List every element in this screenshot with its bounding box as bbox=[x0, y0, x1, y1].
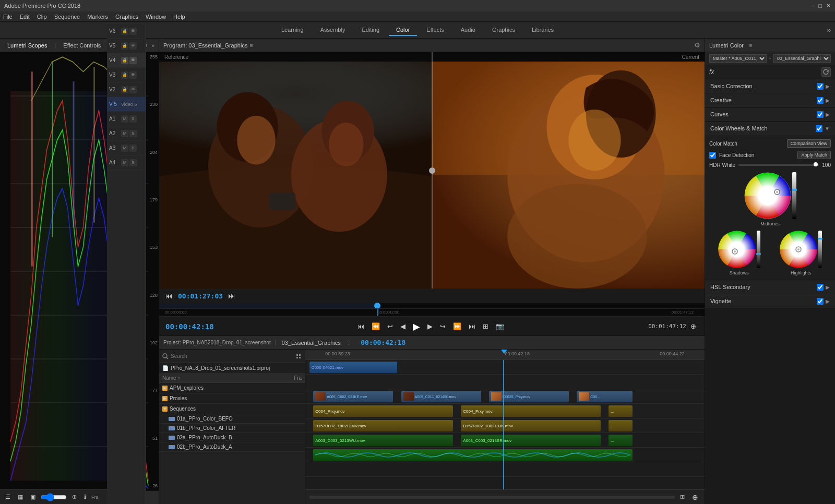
project-folder-apm[interactable]: ▶ APM_explores bbox=[159, 383, 305, 393]
master-preset-select[interactable]: Master * A005_C011_021450... bbox=[709, 54, 767, 63]
shadows-color-wheel[interactable] bbox=[718, 231, 756, 268]
clip-v2-c[interactable]: ... bbox=[609, 420, 633, 431]
shuttle-back-btn[interactable]: ⏮ bbox=[355, 321, 366, 331]
face-detection-checkbox[interactable] bbox=[709, 152, 716, 159]
clip-v4-a[interactable]: A005_C002_021KE.mov bbox=[313, 391, 393, 402]
shadows-strip-slider[interactable] bbox=[757, 231, 760, 268]
menu-clip[interactable]: Clip bbox=[37, 14, 47, 20]
menu-markers[interactable]: Markers bbox=[87, 14, 108, 20]
midtones-strip-slider[interactable] bbox=[792, 172, 796, 219]
clip-a2-main[interactable] bbox=[313, 449, 633, 461]
fx-reset-btn[interactable] bbox=[821, 67, 831, 77]
menu-window[interactable]: Window bbox=[146, 14, 166, 20]
color-wheels-enable[interactable] bbox=[816, 125, 822, 132]
hsl-secondary-enable[interactable] bbox=[817, 284, 824, 291]
clip-a1-b[interactable]: A003_C003_0213SR.mov bbox=[461, 435, 601, 446]
step-fwd-btn[interactable]: ⏩ bbox=[451, 321, 463, 331]
step-back-btn[interactable]: ⏪ bbox=[369, 321, 382, 331]
basic-correction-enable[interactable] bbox=[817, 83, 824, 90]
clip-a1-a[interactable]: A003_C003_0213WU.mov bbox=[313, 435, 453, 446]
camera-btn[interactable]: 📷 bbox=[494, 321, 506, 331]
hdr-white-slider[interactable] bbox=[738, 164, 819, 166]
sequence-item-4[interactable]: 02b_PPro_AutoDuck_A bbox=[159, 442, 305, 452]
monitor-progress-bar[interactable] bbox=[159, 303, 705, 308]
section-curves-header[interactable]: Curves ▶ bbox=[705, 107, 835, 121]
menu-file[interactable]: File bbox=[3, 14, 13, 20]
sequence-item-1[interactable]: 01a_PPro_Color_BEFO bbox=[159, 414, 305, 424]
sequence-item-2[interactable]: 01b_PPro_Color_AFTER bbox=[159, 424, 305, 433]
timeline-h-scrollbar[interactable] bbox=[309, 496, 675, 499]
tab-color[interactable]: Color bbox=[389, 25, 417, 36]
monitor-menu-btn[interactable]: ⊕ bbox=[688, 321, 698, 331]
clip-v4-b[interactable]: A005_C011_021450.mov bbox=[401, 391, 481, 402]
project-folder-proxies[interactable]: ▶ Proxies bbox=[159, 393, 305, 404]
section-vignette-header[interactable]: Vignette ▶ bbox=[705, 294, 835, 308]
tab-assembly[interactable]: Assembly bbox=[313, 25, 353, 36]
menu-help[interactable]: Help bbox=[173, 14, 185, 20]
shuttle-fwd-btn[interactable]: ⏭ bbox=[467, 321, 478, 331]
monitor-split-handle[interactable] bbox=[429, 167, 435, 174]
curves-enable[interactable] bbox=[817, 111, 824, 118]
mark-in-btn[interactable]: ⏮ bbox=[163, 291, 175, 301]
clip-v4-d[interactable]: C00... bbox=[577, 391, 633, 402]
menu-edit[interactable]: Edit bbox=[20, 14, 30, 20]
apply-match-btn[interactable]: Apply Match bbox=[797, 151, 831, 159]
tab-audio[interactable]: Audio bbox=[454, 25, 483, 36]
clip-v6-c000[interactable]: C000-04021.mov bbox=[309, 362, 397, 373]
timeline-fit-btn[interactable]: ⊞ bbox=[678, 493, 687, 501]
minimize-btn[interactable]: ─ bbox=[810, 3, 815, 9]
creative-enable[interactable] bbox=[817, 97, 824, 104]
clip-v2-a[interactable]: B157R002_180213MV.mov bbox=[313, 420, 453, 431]
frame-back-btn[interactable]: ◀ bbox=[398, 321, 408, 331]
menu-graphics[interactable]: Graphics bbox=[115, 14, 138, 20]
clip-a1-c[interactable]: ... bbox=[609, 435, 633, 446]
close-btn[interactable]: ✕ bbox=[826, 3, 831, 9]
mark-out-btn[interactable]: ⏭ bbox=[226, 291, 237, 301]
highlights-strip-handle[interactable] bbox=[818, 238, 822, 239]
project-file-item[interactable]: 📄 PPro_NA..8_Drop_01_screenshots1.prproj bbox=[159, 363, 305, 374]
safe-zones-btn[interactable]: ⊞ bbox=[481, 321, 491, 331]
lumetri-color-menu[interactable]: ≡ bbox=[749, 42, 752, 49]
timeline-menu[interactable]: ≡ bbox=[347, 340, 350, 346]
section-creative-header[interactable]: Creative ▶ bbox=[705, 93, 835, 107]
tab-libraries[interactable]: Libraries bbox=[524, 25, 561, 36]
clip-v3-c[interactable]: ... bbox=[609, 405, 633, 417]
highlights-color-wheel[interactable] bbox=[780, 231, 817, 268]
sequence-select[interactable]: 03_Essential_Graphics * A... bbox=[773, 54, 831, 63]
more-workspaces-btn[interactable]: » bbox=[827, 26, 831, 34]
section-color-wheels-header[interactable]: Color Wheels & Match ▼ bbox=[705, 122, 835, 135]
project-folder-sequences[interactable]: ▼ Sequences bbox=[159, 404, 305, 414]
project-search-input[interactable] bbox=[171, 353, 293, 359]
window-controls[interactable]: ─ □ ✕ bbox=[810, 3, 831, 9]
timeline-add-track-btn[interactable]: ⊕ bbox=[690, 492, 700, 502]
vignette-enable[interactable] bbox=[817, 298, 824, 305]
clip-v3-b[interactable]: C004_Prxy.mov bbox=[461, 405, 601, 417]
loop-out-btn[interactable]: ↪ bbox=[438, 321, 448, 331]
maximize-btn[interactable]: □ bbox=[818, 3, 822, 9]
left-panel-expand[interactable]: » bbox=[151, 42, 154, 49]
midtones-color-wheel[interactable] bbox=[744, 172, 791, 219]
hdr-white-thumb[interactable] bbox=[814, 162, 818, 166]
tab-effects[interactable]: Effects bbox=[419, 25, 451, 36]
sequence-item-3[interactable]: 02a_PPro_AutoDuck_B bbox=[159, 433, 305, 442]
midtones-strip-handle[interactable] bbox=[792, 189, 797, 191]
effect-controls-tab[interactable]: Effect Controls bbox=[60, 42, 104, 49]
monitor-settings-btn[interactable]: ⚙ bbox=[694, 41, 700, 49]
section-basic-correction-header[interactable]: Basic Correction ▶ bbox=[705, 79, 835, 93]
tab-graphics[interactable]: Graphics bbox=[485, 25, 522, 36]
play-btn[interactable]: ▶ bbox=[411, 320, 422, 333]
program-monitor-menu[interactable]: ≡ bbox=[249, 42, 253, 49]
menu-sequence[interactable]: Sequence bbox=[54, 14, 80, 20]
frame-fwd-btn[interactable]: ▶ bbox=[425, 321, 435, 331]
lumetri-scopes-tab[interactable]: Lumetri Scopes bbox=[4, 42, 50, 49]
clip-v3-a[interactable]: C004_Prxy.mov bbox=[313, 405, 453, 417]
comparison-view-btn[interactable]: Comparison View bbox=[787, 139, 831, 148]
highlights-strip-slider[interactable] bbox=[818, 231, 822, 268]
loop-btn[interactable]: ↩ bbox=[385, 321, 395, 331]
clip-v2-b[interactable]: B157R002_180213JK.mov bbox=[461, 420, 601, 431]
tab-editing[interactable]: Editing bbox=[354, 25, 387, 36]
shadows-strip-handle[interactable] bbox=[756, 253, 761, 255]
section-hsl-secondary-header[interactable]: HSL Secondary ▶ bbox=[705, 280, 835, 294]
clip-v4-c[interactable]: C0025_Prxy.mov bbox=[489, 391, 569, 402]
tab-learning[interactable]: Learning bbox=[274, 25, 311, 36]
